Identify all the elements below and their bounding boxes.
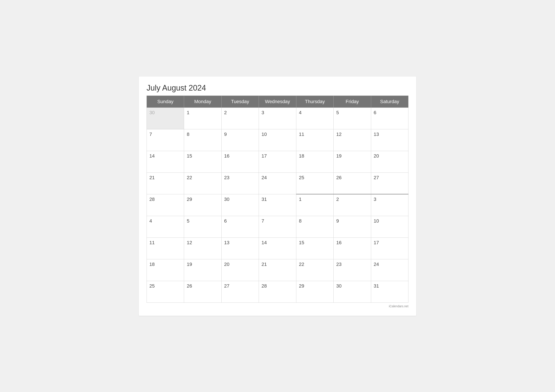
calendar-cell: 12 (184, 238, 221, 259)
calendar-cell: 16 (334, 238, 371, 259)
calendar-cell: 17 (371, 238, 408, 259)
calendar-cell: 24 (371, 259, 408, 281)
calendar-row: 45678910 (147, 216, 409, 238)
calendar-cell: 20 (371, 151, 408, 173)
calendar-cell: 16 (221, 151, 259, 173)
calendar-cell: 31 (371, 281, 408, 303)
calendar-cell: 25 (296, 173, 333, 194)
calendar-cell: 13 (371, 129, 408, 151)
header-cell-tuesday: Tuesday (221, 95, 259, 108)
calendar-cell: 21 (147, 173, 184, 194)
calendar-cell: 26 (334, 173, 371, 194)
calendar-cell: 18 (147, 259, 184, 281)
calendar-cell: 11 (296, 129, 333, 151)
calendar-row: 21222324252627 (147, 173, 409, 194)
calendar-title: July August 2024 (146, 83, 409, 93)
calendar-row: 14151617181920 (147, 151, 409, 173)
calendar-cell: 19 (184, 259, 221, 281)
calendar-cell: 14 (147, 151, 184, 173)
calendar-cell: 2 (221, 108, 259, 129)
calendar-cell: 3 (259, 108, 296, 129)
calendar-cell: 8 (296, 216, 333, 238)
calendar-cell: 31 (259, 194, 296, 216)
header-cell-monday: Monday (184, 95, 221, 108)
calendar-cell: 17 (259, 151, 296, 173)
calendar-cell: 10 (259, 129, 296, 151)
calendar-cell: 5 (334, 108, 371, 129)
calendar-cell: 29 (296, 281, 333, 303)
calendar-cell: 23 (334, 259, 371, 281)
calendar-cell: 29 (184, 194, 221, 216)
calendar-cell: 24 (259, 173, 296, 194)
calendar-cell: 23 (221, 173, 259, 194)
calendar-cell: 22 (296, 259, 333, 281)
calendar-cell: 20 (221, 259, 259, 281)
calendar-cell: 18 (296, 151, 333, 173)
calendar-header: SundayMondayTuesdayWednesdayThursdayFrid… (147, 95, 409, 108)
calendar-cell: 22 (184, 173, 221, 194)
calendar-cell: 3 (371, 194, 408, 216)
calendar-cell: 6 (371, 108, 408, 129)
header-cell-friday: Friday (334, 95, 371, 108)
calendar-cell: 9 (221, 129, 259, 151)
calendar-cell: 28 (147, 194, 184, 216)
calendar-table: SundayMondayTuesdayWednesdayThursdayFrid… (146, 95, 409, 303)
calendar-row: 25262728293031 (147, 281, 409, 303)
calendar-cell: 19 (334, 151, 371, 173)
calendar-cell: 7 (259, 216, 296, 238)
calendar-cell: 13 (221, 238, 259, 259)
calendar-cell: 25 (147, 281, 184, 303)
calendar-body: 3012345678910111213141516171819202122232… (147, 108, 409, 303)
calendar-cell: 2 (334, 194, 371, 216)
calendar-row: 30123456 (147, 108, 409, 129)
calendar-cell: 1 (184, 108, 221, 129)
header-cell-sunday: Sunday (147, 95, 184, 108)
calendar-row: 78910111213 (147, 129, 409, 151)
calendar-cell: 9 (334, 216, 371, 238)
calendar-footer: iCalendars.net (146, 305, 409, 308)
calendar-cell: 28 (259, 281, 296, 303)
calendar-cell: 11 (147, 238, 184, 259)
calendar-cell: 26 (184, 281, 221, 303)
calendar-cell: 14 (259, 238, 296, 259)
calendar-cell: 30 (147, 108, 184, 129)
calendar-cell: 7 (147, 129, 184, 151)
calendar-cell: 15 (296, 238, 333, 259)
calendar-cell: 27 (371, 173, 408, 194)
calendar-row: 11121314151617 (147, 238, 409, 259)
calendar-cell: 4 (147, 216, 184, 238)
calendar-cell: 30 (334, 281, 371, 303)
calendar-cell: 30 (221, 194, 259, 216)
calendar-cell: 12 (334, 129, 371, 151)
header-cell-wednesday: Wednesday (259, 95, 296, 108)
calendar-cell: 4 (296, 108, 333, 129)
calendar-container: July August 2024 SundayMondayTuesdayWedn… (139, 77, 416, 316)
header-row: SundayMondayTuesdayWednesdayThursdayFrid… (147, 95, 409, 108)
calendar-cell: 5 (184, 216, 221, 238)
calendar-cell: 27 (221, 281, 259, 303)
calendar-cell: 21 (259, 259, 296, 281)
header-cell-saturday: Saturday (371, 95, 408, 108)
calendar-row: 28293031123 (147, 194, 409, 216)
calendar-cell: 6 (221, 216, 259, 238)
calendar-cell: 15 (184, 151, 221, 173)
header-cell-thursday: Thursday (296, 95, 333, 108)
calendar-row: 18192021222324 (147, 259, 409, 281)
calendar-cell: 10 (371, 216, 408, 238)
calendar-cell: 1 (296, 194, 333, 216)
calendar-cell: 8 (184, 129, 221, 151)
